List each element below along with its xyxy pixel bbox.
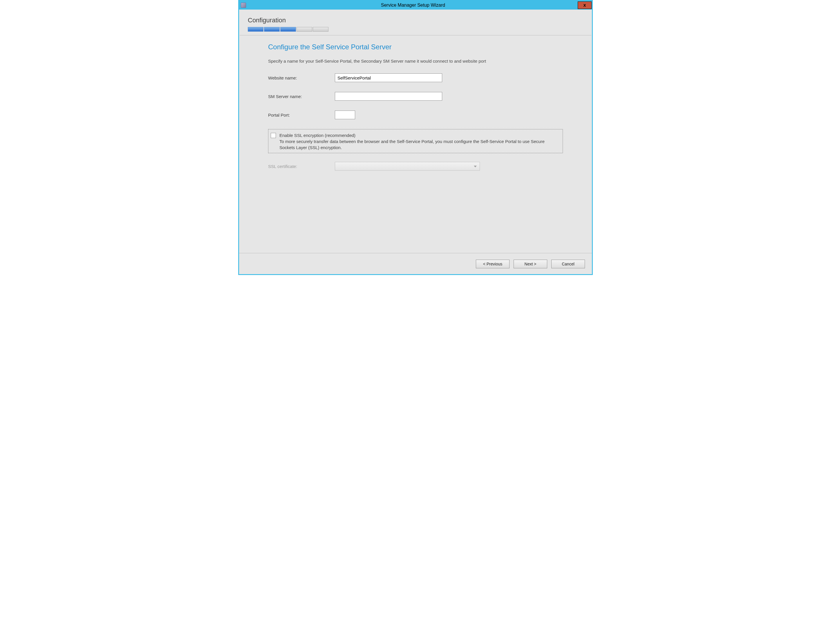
page-description: Specify a name for your Self-Service Por… [268, 59, 563, 64]
progress-segment [313, 27, 328, 32]
progress-segment [296, 27, 312, 32]
section-label: Configuration [248, 16, 583, 24]
cancel-button[interactable]: Cancel [551, 260, 585, 268]
input-website-name[interactable] [335, 73, 442, 82]
input-sm-server-name[interactable] [335, 92, 442, 101]
ssl-body: To more securely transfer data between t… [279, 139, 544, 150]
wizard-footer: < Previous Next > Cancel [239, 253, 592, 274]
row-sm-server-name: SM Server name: [268, 92, 563, 101]
progress-segment [248, 27, 263, 32]
ssl-title: Enable SSL encryption (recommended) [279, 133, 355, 138]
row-portal-port: Portal Port: [268, 111, 563, 119]
previous-label: < Previous [483, 262, 503, 266]
label-portal-port: Portal Port: [268, 113, 335, 118]
label-ssl-certificate: SSL certificate: [268, 164, 335, 169]
ssl-text: Enable SSL encryption (recommended) To m… [279, 132, 559, 151]
label-website-name: Website name: [268, 75, 335, 80]
next-button[interactable]: Next > [514, 260, 547, 268]
cancel-label: Cancel [562, 262, 575, 266]
progress-bar [248, 27, 583, 32]
row-website-name: Website name: [268, 73, 563, 82]
wizard-header: Configuration [239, 10, 592, 35]
next-label: Next > [525, 262, 536, 266]
label-sm-server-name: SM Server name: [268, 94, 335, 99]
combo-ssl-certificate[interactable] [335, 162, 480, 170]
window-title: Service Manager Setup Wizard [248, 3, 578, 8]
titlebar: Service Manager Setup Wizard x [239, 1, 592, 10]
app-icon [241, 3, 246, 8]
previous-button[interactable]: < Previous [476, 260, 509, 268]
window-frame: Service Manager Setup Wizard x Configura… [238, 0, 593, 275]
row-ssl-certificate: SSL certificate: [268, 162, 563, 170]
close-icon: x [584, 3, 586, 8]
close-button[interactable]: x [578, 2, 592, 9]
page-title: Configure the Self Service Portal Server [268, 43, 563, 51]
progress-segment [264, 27, 280, 32]
input-portal-port[interactable] [335, 111, 355, 119]
ssl-block: Enable SSL encryption (recommended) To m… [268, 129, 563, 153]
client-area: Configuration Configure the Self Service… [239, 10, 592, 274]
progress-segment [280, 27, 296, 32]
wizard-content: Configure the Self Service Portal Server… [239, 35, 592, 253]
checkbox-enable-ssl[interactable] [271, 133, 276, 138]
